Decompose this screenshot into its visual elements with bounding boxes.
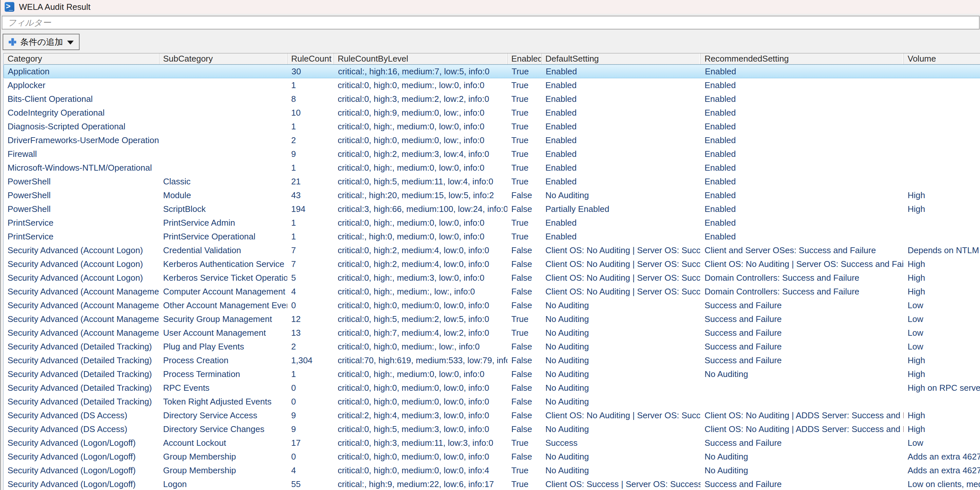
cell-subcategory: Computer Account Management <box>159 285 287 298</box>
table-row[interactable]: Bits-Client Operational8critical:0, high… <box>3 92 980 106</box>
cell-rulecount: 7 <box>287 244 334 257</box>
table-row[interactable]: Security Advanced (Logon/Logoff)Group Me… <box>3 450 980 463</box>
cell-rulecount: 8 <box>287 92 334 105</box>
cell-rulecountbylevel: critical:0, high:, medium:0, low:0, info… <box>334 161 508 174</box>
cell-rulecount: 2 <box>287 340 334 353</box>
table-row[interactable]: Security Advanced (Account Logon)Kerbero… <box>3 257 980 271</box>
table-row[interactable]: PrintServicePrintService Operational1cri… <box>3 230 980 243</box>
cell-rulecountbylevel: critical:0, high:0, medium:0, low:0, inf… <box>334 395 508 408</box>
cell-enabled: True <box>508 436 541 449</box>
column-header-enabled[interactable]: Enabled <box>508 53 541 64</box>
column-header-rulecount[interactable]: RuleCount <box>287 53 334 64</box>
table-row[interactable]: Applocker1critical:0, high:0, medium:, l… <box>3 78 980 92</box>
cell-rulecount: 17 <box>287 436 334 449</box>
cell-recommendedsetting: Domain Controllers: Success and Failure <box>701 285 904 298</box>
table-row[interactable]: PowerShellClassic21critical:0, high:5, m… <box>3 175 980 188</box>
table-row[interactable]: Security Advanced (Account Management)Ot… <box>3 298 980 312</box>
cell-category: Microsoft-Windows-NTLM/Operational <box>3 161 159 174</box>
table-row[interactable]: PowerShellModule43critical:, high:20, me… <box>3 188 980 202</box>
cell-volume: Adds an extra 4627 ev <box>904 450 980 463</box>
table-row[interactable]: DriverFrameworks-UserMode Operational2cr… <box>3 133 980 147</box>
cell-volume: High <box>904 368 980 380</box>
cell-rulecount: 2 <box>287 134 334 147</box>
table-row[interactable]: Application30critical:, high:16, medium:… <box>3 65 980 78</box>
cell-subcategory: Directory Service Changes <box>159 423 287 436</box>
cell-defaultsetting: No Auditing <box>541 464 701 477</box>
cell-enabled: False <box>508 450 541 463</box>
cell-enabled: False <box>508 258 541 270</box>
cell-volume: Depends on NTLM us <box>904 244 980 257</box>
cell-recommendedsetting: Enabled <box>701 161 904 174</box>
cell-category: PrintService <box>3 216 159 229</box>
cell-rulecountbylevel: critical:0, high:0, medium:0, low:, info… <box>334 134 508 147</box>
cell-rulecount: 30 <box>288 65 334 78</box>
cell-defaultsetting: Partially Enabled <box>541 202 701 216</box>
cell-recommendedsetting: No Auditing <box>701 464 904 477</box>
cell-enabled: True <box>508 216 541 229</box>
cell-enabled: False <box>508 354 541 367</box>
table-row[interactable]: Firewall9critical:0, high:2, medium:3, l… <box>3 147 980 161</box>
cell-rulecount: 0 <box>287 381 334 395</box>
add-criteria-button[interactable]: 条件の追加 <box>3 34 80 50</box>
cell-category: Applocker <box>3 79 159 92</box>
cell-subcategory: Group Membership <box>159 450 287 463</box>
cell-rulecountbylevel: critical:0, high:2, medium:4, low:0, inf… <box>334 244 508 257</box>
cell-recommendedsetting: Enabled <box>701 120 904 133</box>
cell-category: Security Advanced (Account Management) <box>3 326 159 339</box>
cell-defaultsetting: No Auditing <box>541 299 701 312</box>
cell-rulecountbylevel: critical:0, high:9, medium:0, low:, info… <box>334 106 508 119</box>
cell-enabled: True <box>508 464 541 477</box>
cell-rulecount: 12 <box>287 312 334 326</box>
column-header-volume[interactable]: Volume <box>904 53 980 64</box>
cell-enabled: True <box>508 147 541 161</box>
table-row[interactable]: Security Advanced (Account Management)Co… <box>3 285 980 298</box>
column-header-recommendedsetting[interactable]: RecommendedSetting <box>701 53 904 64</box>
column-header-defaultsetting[interactable]: DefaultSetting <box>541 53 701 64</box>
cell-rulecount: 1 <box>287 120 334 133</box>
cell-defaultsetting: No Auditing <box>541 326 701 339</box>
table-row[interactable]: Security Advanced (Account Management)Se… <box>3 312 980 326</box>
table-row[interactable]: Security Advanced (Logon/Logoff)Logon55c… <box>3 477 980 490</box>
table-row[interactable]: Security Advanced (Detailed Tracking)Plu… <box>3 340 980 353</box>
cell-rulecountbylevel: critical:0, high:0, medium:0, low:0, inf… <box>334 450 508 463</box>
cell-subcategory: PrintService Admin <box>159 216 287 229</box>
cell-subcategory: Logon <box>159 477 287 490</box>
table-row[interactable]: Security Advanced (Detailed Tracking)Pro… <box>3 367 980 381</box>
table-row[interactable]: Security Advanced (Detailed Tracking)RPC… <box>3 381 980 395</box>
cell-defaultsetting: Client OS: No Auditing | Server OS: Succ… <box>541 258 701 270</box>
cell-recommendedsetting: Success and Failure <box>701 436 904 449</box>
cell-rulecount: 13 <box>287 326 334 339</box>
table-row[interactable]: Microsoft-Windows-NTLM/Operational1criti… <box>3 161 980 175</box>
table-row[interactable]: Security Advanced (Logon/Logoff)Account … <box>3 436 980 450</box>
cell-rulecountbylevel: critical:0, high:, medium:0, low:0, info… <box>334 216 508 229</box>
cell-rulecountbylevel: critical:2, high:4, medium:3, low:0, inf… <box>334 409 508 422</box>
cell-volume: High <box>904 271 980 284</box>
table-row[interactable]: PowerShellScriptBlock194critical:3, high… <box>3 202 980 216</box>
table-row[interactable]: Security Advanced (Account Management)Us… <box>3 326 980 340</box>
column-header-category[interactable]: Category <box>3 53 159 64</box>
table-row[interactable]: PrintServicePrintService Admin1critical:… <box>3 216 980 230</box>
table-row[interactable]: Security Advanced (Logon/Logoff)Group Me… <box>3 463 980 477</box>
table-row[interactable]: Security Advanced (Account Logon)Kerbero… <box>3 271 980 285</box>
table-row[interactable]: Security Advanced (DS Access)Directory S… <box>3 409 980 422</box>
cell-category: Security Advanced (Detailed Tracking) <box>3 340 159 353</box>
cell-rulecount: 1 <box>287 216 334 229</box>
table-row[interactable]: Security Advanced (Detailed Tracking)Pro… <box>3 353 980 367</box>
filter-input[interactable] <box>2 16 980 29</box>
column-header-rulecountbylevel[interactable]: RuleCountByLevel <box>334 53 508 64</box>
cell-defaultsetting: Client OS: No Auditing | Server OS: Succ… <box>541 271 701 284</box>
table-row[interactable]: Security Advanced (Detailed Tracking)Tok… <box>3 395 980 409</box>
table-row[interactable]: Security Advanced (Account Logon)Credent… <box>3 243 980 257</box>
cell-recommendedsetting: Enabled <box>701 79 904 92</box>
cell-recommendedsetting: Success and Failure <box>701 354 904 367</box>
cell-rulecountbylevel: critical:0, high:5, medium:2, low:5, inf… <box>334 312 508 326</box>
cell-subcategory: Classic <box>159 175 287 188</box>
cell-subcategory: Credential Validation <box>159 244 287 257</box>
table-row[interactable]: Security Advanced (DS Access)Directory S… <box>3 422 980 436</box>
table-row[interactable]: Diagnosis-Scripted Operational1critical:… <box>3 119 980 133</box>
column-header-subcategory[interactable]: SubCategory <box>159 53 287 64</box>
cell-rulecount: 194 <box>287 202 334 216</box>
cell-defaultsetting: No Auditing <box>541 395 701 408</box>
table-row[interactable]: CodeIntegrity Operational10critical:0, h… <box>3 106 980 119</box>
cell-enabled: True <box>508 134 541 147</box>
